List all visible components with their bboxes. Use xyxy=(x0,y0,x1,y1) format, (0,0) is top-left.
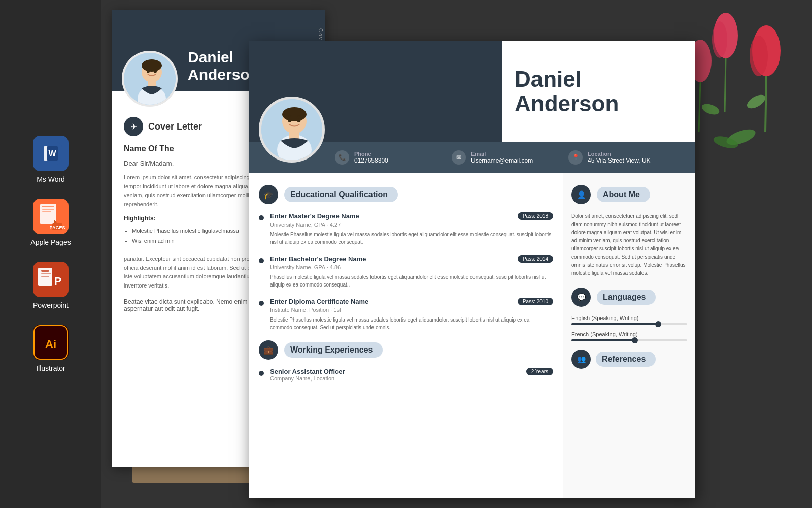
svg-point-39 xyxy=(142,59,162,72)
main-area: Daniel Anderson Coverletter of ✈ Cover L… xyxy=(101,0,812,508)
work-company-1: Company Name, Location xyxy=(270,375,553,382)
svg-text:W: W xyxy=(48,149,56,158)
work-years-1: 2 Years xyxy=(526,368,553,375)
edu-uni-3: Institute Name, Position · 1st xyxy=(270,307,553,313)
education-title: Educational Qualification xyxy=(284,187,398,202)
edu-content-3: Enter Diploma Certificate Name Pass: 201… xyxy=(270,298,553,331)
sidebar-item-word[interactable]: W Ms Word xyxy=(33,136,69,183)
work-section: 💼 Working Experiences Senior Assistant O… xyxy=(259,340,553,382)
resume-header-name-block: Daniel Anderson xyxy=(502,41,695,142)
phone-label: Phone xyxy=(354,151,388,157)
languages-icon: 💬 xyxy=(571,288,591,307)
svg-text:Ai: Ai xyxy=(45,338,56,351)
svg-point-25 xyxy=(712,21,727,58)
ref-section-header: 👥 References xyxy=(571,350,687,369)
pass-badge-3: Pass: 2010 xyxy=(518,298,553,305)
pass-badge-2: Pass: 2014 xyxy=(518,255,553,263)
sidebar-item-powerpoint[interactable]: P Powerpoint xyxy=(33,262,69,309)
ref-title: References xyxy=(596,352,656,367)
timeline-dot-1 xyxy=(259,215,264,220)
svg-point-42 xyxy=(147,70,150,73)
resume-name-line1: Daniel xyxy=(515,67,619,91)
svg-rect-13 xyxy=(41,270,49,272)
location-value: 45 Vila Street View, UK xyxy=(588,157,651,164)
work-section-header: 💼 Working Experiences xyxy=(259,340,553,360)
education-icon: 🎓 xyxy=(259,185,278,204)
lang-name-2: French (Speaking, Writing) xyxy=(571,331,687,337)
edu-desc-2: Phasellus molestie ligula vel massa soda… xyxy=(270,273,553,289)
edu-desc-1: Molestie Phasellus molestie ligula vel m… xyxy=(270,231,553,246)
contact-location: 📍 Location 45 Vila Street View, UK xyxy=(568,150,685,165)
cover-badge-title: Cover Letter xyxy=(148,121,202,132)
illustrator-icon: Ai xyxy=(33,325,69,360)
svg-line-26 xyxy=(725,58,726,112)
location-icon: 📍 xyxy=(568,150,583,165)
edu-item-3: Enter Diploma Certificate Name Pass: 201… xyxy=(259,298,553,331)
about-icon: 👤 xyxy=(571,185,591,204)
svg-text:P: P xyxy=(54,275,62,288)
resume-body: 🎓 Educational Qualification Enter Master… xyxy=(249,173,695,498)
phone-value: 0127658300 xyxy=(354,157,388,164)
email-value: Username@email.com xyxy=(471,157,533,164)
lang-fill-2 xyxy=(571,339,635,341)
edu-item-2: Enter Bachelor's Degree Name Pass: 2014 … xyxy=(259,255,553,289)
cover-photo xyxy=(122,51,178,107)
languages-section-header: 💬 Languages xyxy=(571,288,687,307)
pages-icon: PAGES xyxy=(33,199,69,234)
word-label: Ms Word xyxy=(37,175,65,183)
contact-phone: 📞 Phone 0127658300 xyxy=(335,150,452,165)
edu-content-2: Enter Bachelor's Degree Name Pass: 2014 … xyxy=(270,255,553,289)
contact-email: ✉ Email Username@email.com xyxy=(452,150,568,165)
pages-label: Apple Pages xyxy=(30,238,71,246)
svg-point-43 xyxy=(154,70,157,73)
powerpoint-label: Powerpoint xyxy=(33,301,69,309)
lang-name-1: English (Speaking, Writing) xyxy=(571,315,687,321)
about-title: About Me xyxy=(597,187,650,202)
lang-item-1: English (Speaking, Writing) xyxy=(571,315,687,325)
svg-rect-14 xyxy=(41,273,51,274)
resume-page: Daniel Anderson Resume Of xyxy=(249,41,695,498)
illustrator-label: Illustrator xyxy=(36,364,65,372)
resume-left-column: 🎓 Educational Qualification Enter Master… xyxy=(249,173,563,498)
email-label: Email xyxy=(471,151,533,157)
resume-right-column: 👤 About Me Dolor sit amet, consectetuer … xyxy=(563,173,695,498)
edu-content-1: Enter Master's Degree Name Pass: 2018 Un… xyxy=(270,212,553,246)
edu-degree-2: Enter Bachelor's Degree Name xyxy=(270,255,366,263)
edu-uni-1: University Name, GPA · 4.27 xyxy=(270,221,553,228)
lang-bar-2 xyxy=(571,339,687,341)
edu-degree-1: Enter Master's Degree Name xyxy=(270,212,359,220)
svg-point-49 xyxy=(288,118,292,122)
lang-item-2: French (Speaking, Writing) xyxy=(571,331,687,341)
svg-rect-6 xyxy=(42,206,54,207)
edu-degree-3: Enter Diploma Certificate Name xyxy=(270,298,368,305)
languages-title: Languages xyxy=(597,290,656,305)
edu-item-1: Enter Master's Degree Name Pass: 2018 Un… xyxy=(259,212,553,246)
svg-point-50 xyxy=(297,118,301,122)
word-icon: W xyxy=(33,136,69,171)
cover-name-line1: Daniel xyxy=(188,49,259,66)
sidebar-item-illustrator[interactable]: Ai Illustrator xyxy=(33,325,69,372)
svg-rect-8 xyxy=(42,211,51,212)
sidebar-item-pages[interactable]: PAGES Apple Pages xyxy=(30,199,71,246)
email-icon: ✉ xyxy=(452,150,466,165)
resume-header: Daniel Anderson Resume Of xyxy=(249,41,695,142)
svg-line-28 xyxy=(699,82,700,132)
svg-point-46 xyxy=(282,107,307,121)
work-content-1: Senior Assistant Officer 2 Years Company… xyxy=(270,368,553,382)
work-item-1: Senior Assistant Officer 2 Years Company… xyxy=(259,368,553,382)
svg-point-29 xyxy=(700,102,721,116)
languages-list: English (Speaking, Writing) French (Spea… xyxy=(571,315,687,341)
sidebar: W Ms Word PAGES Apple Pages xyxy=(0,0,101,508)
ref-icon: 👥 xyxy=(571,350,591,369)
lang-fill-1 xyxy=(571,323,658,325)
about-section-header: 👤 About Me xyxy=(571,185,687,204)
powerpoint-icon: P xyxy=(33,262,69,297)
education-section-header: 🎓 Educational Qualification xyxy=(259,185,553,204)
work-title: Working Experiences xyxy=(284,342,383,358)
resume-name-line2: Anderson xyxy=(515,91,619,116)
timeline-dot-3 xyxy=(259,301,264,306)
lang-thumb-2 xyxy=(632,337,638,343)
timeline-dot-2 xyxy=(259,258,264,263)
cover-name-line2: Anderson xyxy=(188,66,259,83)
resume-photo xyxy=(259,97,325,163)
